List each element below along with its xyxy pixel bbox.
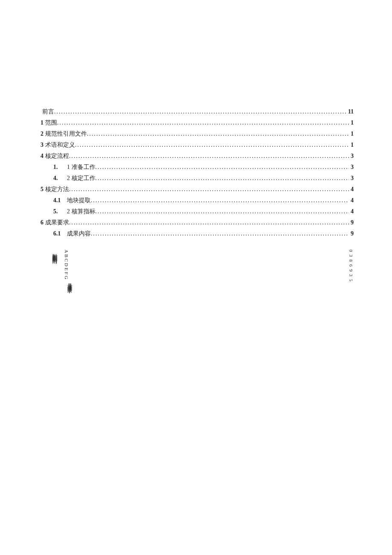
toc-leader-dots: ........................................… [91,231,349,237]
toc-label: 1 准备工作 [67,164,95,170]
table-of-contents: 前言 .....................................… [40,109,354,237]
toc-number: 3 [40,142,43,148]
toc-label: 前言 [42,109,54,115]
toc-page: 4 [349,186,354,192]
toc-entry: 5.2 核算指标 ...............................… [40,209,354,215]
toc-entry: 4核定流程 ..................................… [40,153,354,159]
appendix-col-lu: 录录录录录录录 [66,279,73,285]
toc-label: 成果要求 [45,220,69,226]
toc-page: 4 [349,209,354,215]
toc-label: 核定方法 [45,186,69,192]
toc-leader-dots: ........................................… [54,109,346,115]
toc-leader-dots: ........................................… [95,175,349,181]
toc-entry: 6.1成果内容 ................................… [40,231,354,237]
toc-entry: 4.2 核定工作 ...............................… [40,175,354,181]
toc-leader-dots: ........................................… [91,198,349,203]
toc-page: 9 [349,231,354,237]
toc-entry: 6成果要求 ..................................… [40,220,354,226]
toc-leader-dots: ........................................… [75,142,349,148]
toc-leader-dots: ........................................… [95,209,349,215]
toc-entry: 5核定方法 ..................................… [40,186,354,192]
toc-page: 9 [349,220,354,226]
document-page: 前言 .....................................… [0,0,392,555]
toc-number: 4.1 [53,198,62,203]
toc-number: 4 [40,153,43,159]
toc-number: 6 [40,220,43,226]
toc-label: 成果内容 [67,231,91,237]
appendix-col-fu: 附附附附附附附 [51,250,58,256]
toc-entry: 4.1地块提取 ................................… [40,198,354,203]
appendix-pages: 0386935 [349,250,354,284]
toc-page: 3 [349,175,354,181]
toc-number: 6.1 [53,231,62,237]
appendix-letters: ABCDEFG [64,250,69,280]
toc-label: 规范性引用文件 [45,131,87,137]
toc-leader-dots: ........................................… [95,164,349,170]
toc-leader-dots: ........................................… [69,186,349,192]
toc-page: 3 [349,153,354,159]
toc-leader-dots: ........................................… [69,153,349,159]
toc-label: 范围 [45,120,57,126]
toc-leader-dots: ........................................… [57,120,349,126]
toc-label: 术语和定义 [45,142,75,148]
toc-entry: 2规范性引用文件 ...............................… [40,131,354,137]
toc-page: 4 [349,198,354,203]
toc-entry: 3术语和定义 .................................… [40,142,354,148]
toc-page: 1 [349,142,354,148]
toc-label: 核定流程 [45,153,69,159]
toc-entry: 前言 .....................................… [40,109,354,115]
toc-entry: 1范围 ....................................… [40,120,354,126]
toc-leader-dots: ........................................… [69,220,349,226]
toc-label: 2 核定工作 [67,175,95,181]
toc-number: 5. [53,209,62,215]
toc-number: 1 [40,120,43,126]
appendix-block: 附附附附附附附 ABCDEFG 录录录录录录录 0386935 [40,250,354,335]
toc-leader-dots: ........................................… [87,131,349,137]
toc-entry: 1.1 准备工作 ...............................… [40,164,354,170]
toc-page: 11 [346,109,354,115]
toc-number: 2 [40,131,43,137]
toc-label: 地块提取 [67,198,91,203]
toc-number: 1. [53,164,62,170]
toc-number: 4. [53,175,62,181]
toc-page: 1 [349,131,354,137]
toc-page: 3 [349,164,354,170]
toc-label: 2 核算指标 [67,209,95,215]
toc-page: 1 [349,120,354,126]
toc-number: 5 [40,186,43,192]
